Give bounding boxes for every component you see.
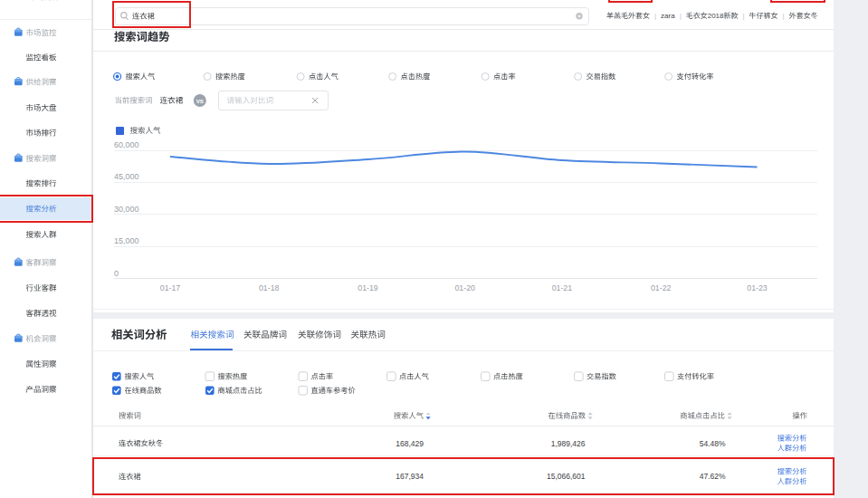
- svg-text:VS: VS: [196, 98, 204, 104]
- svg-text:0: 0: [114, 269, 119, 278]
- svg-text:15,000: 15,000: [114, 236, 139, 245]
- svg-text:01-21: 01-21: [552, 283, 573, 292]
- svg-text:|: |: [743, 12, 745, 20]
- svg-text:01-20: 01-20: [454, 283, 475, 292]
- svg-text:168,429: 168,429: [396, 439, 424, 448]
- svg-text:|: |: [783, 12, 785, 20]
- svg-text:01-19: 01-19: [358, 283, 378, 292]
- svg-text:01-17: 01-17: [160, 283, 181, 292]
- svg-text:|: |: [680, 12, 682, 20]
- svg-text:01-22: 01-22: [651, 283, 672, 292]
- svg-text:54.48%: 54.48%: [700, 439, 726, 448]
- svg-text:|: |: [654, 12, 656, 20]
- svg-text:1,989,426: 1,989,426: [551, 439, 586, 448]
- svg-text:01-18: 01-18: [259, 283, 280, 292]
- svg-text:zara: zara: [661, 12, 675, 20]
- svg-text:30,000: 30,000: [114, 205, 139, 214]
- svg-text:2018: 2018: [708, 12, 724, 20]
- svg-text:01-23: 01-23: [747, 283, 768, 292]
- svg-text:45,000: 45,000: [114, 172, 139, 181]
- svg-text:60,000: 60,000: [114, 140, 139, 149]
